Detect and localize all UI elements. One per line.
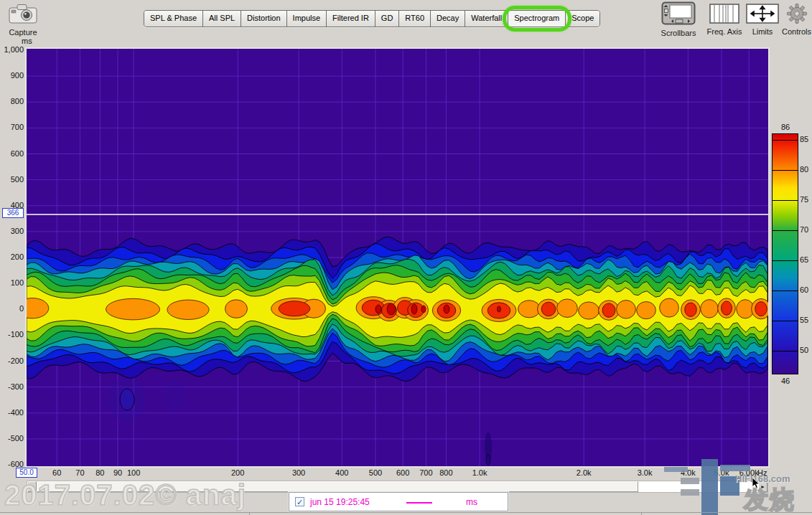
colorbar-tick-label: 85	[800, 135, 812, 143]
measurement-name: jun 15 19:25:45	[310, 497, 370, 507]
y-tick-label: 700	[0, 123, 24, 131]
legend-unit: ms	[466, 497, 477, 507]
measurement-legend: ✓ jun 15 19:25:45 ms	[289, 492, 508, 511]
scrollbar-thumb[interactable]	[37, 481, 638, 492]
colorbar-tick-label: 55	[800, 316, 812, 324]
gear-icon	[787, 4, 807, 24]
y-tick-label: 200	[0, 252, 24, 261]
y-tick-label: -400	[0, 408, 24, 417]
x-tick-label: 800	[430, 468, 462, 477]
freq-axis-label: Freq. Axis	[703, 27, 746, 36]
freq-axis-button[interactable]: Freq. Axis	[703, 1, 746, 36]
tab-rt60[interactable]: RT60	[399, 11, 431, 27]
tab-waterfall[interactable]: Waterfall	[465, 11, 508, 27]
tab-distortion[interactable]: Distortion	[241, 11, 286, 27]
colorbar-min-label: 46	[771, 377, 800, 385]
limits-button[interactable]: Limits	[745, 1, 780, 36]
capture-label: Capture	[1, 28, 45, 37]
legend-checkbox[interactable]: ✓	[295, 497, 304, 506]
x-tick-label: 3.0k	[629, 468, 661, 477]
capture-button[interactable]: Capture	[1, 3, 45, 37]
y-tick-label: -500	[0, 434, 24, 443]
scrollbars-icon	[661, 1, 696, 25]
tab-spl-phase[interactable]: SPL & Phase	[144, 11, 203, 27]
x-tick-label: 1.0k	[464, 468, 495, 477]
scroll-left-button[interactable]: ◄	[27, 481, 37, 492]
colorbar-tick-label: 65	[800, 255, 812, 264]
horizontal-scrollbar[interactable]: ◄ ►	[27, 481, 768, 493]
colorbar	[772, 133, 798, 374]
tab-scope[interactable]: Scope	[566, 11, 599, 27]
y-tick-label: 600	[0, 149, 24, 158]
y-tick-label: -200	[0, 356, 24, 365]
limits-label: Limits	[745, 27, 780, 36]
mouse-cursor	[752, 478, 761, 489]
colorbar-max-label: 86	[771, 123, 800, 131]
x-tick-label: 2.0k	[568, 468, 599, 477]
y-tick-label: 1,000	[0, 45, 24, 54]
tab-all-spl[interactable]: All SPL	[203, 11, 241, 27]
y-tick-label: -300	[0, 382, 24, 391]
y-tick-label: 800	[0, 97, 24, 105]
y-tick-label: 300	[0, 227, 24, 235]
app-window: Capture SPL & PhaseAll SPLDistortionImpu…	[0, 0, 812, 515]
time-cursor-readout: 366	[2, 208, 24, 218]
limits-icon	[746, 4, 779, 24]
colorbar-tick-label: 80	[800, 165, 812, 174]
tab-decay[interactable]: Decay	[431, 11, 465, 27]
x-axis-unit: Hz	[757, 468, 767, 477]
x-tick-label: 200	[222, 468, 253, 477]
camera-icon	[8, 3, 38, 24]
y-tick-label: -100	[0, 330, 24, 339]
colorbar-tick-label: 50	[800, 346, 812, 354]
controls-label: Controls	[781, 27, 812, 36]
freq-axis-icon	[709, 4, 739, 24]
scrollbars-label: Scrollbars	[655, 29, 701, 37]
y-axis-unit: ms	[22, 37, 32, 45]
y-tick-label: 900	[0, 71, 24, 80]
x-tick-label: 300	[283, 468, 314, 477]
colorbar-tick-label: 60	[800, 285, 812, 294]
colorbar-tick-label: 75	[800, 195, 812, 204]
controls-button[interactable]: Controls	[781, 1, 812, 36]
view-tabs: SPL & PhaseAll SPLDistortionImpulseFilte…	[144, 10, 600, 27]
tab-filtered-ir[interactable]: Filtered IR	[327, 11, 375, 27]
status-bar-edge	[0, 512, 812, 515]
spectrogram-plot[interactable]	[25, 47, 770, 468]
legend-trace-color-line	[406, 502, 432, 504]
tab-spectrogram[interactable]: Spectrogram	[508, 11, 566, 27]
x-tick-label: 100	[118, 468, 149, 477]
x-tick-label: 400	[326, 468, 358, 477]
tab-impulse[interactable]: Impulse	[287, 11, 327, 27]
tab-gd[interactable]: GD	[375, 11, 400, 27]
colorbar-tick-label: 70	[800, 225, 812, 234]
freq-cursor-readout: 50.0	[16, 468, 37, 478]
scrollbars-button[interactable]: Scrollbars	[655, 1, 701, 37]
y-tick-label: 0	[0, 304, 24, 313]
y-tick-label: 500	[0, 175, 24, 184]
y-tick-label: 100	[0, 278, 24, 287]
